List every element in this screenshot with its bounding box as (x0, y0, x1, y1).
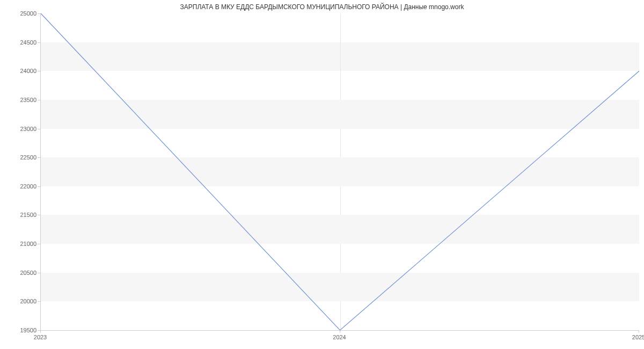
y-tick-mark (38, 129, 40, 129)
x-tick-label: 2023 (34, 334, 47, 340)
y-tick-mark (38, 186, 40, 187)
x-tick-mark (639, 330, 639, 333)
y-tick-label: 20000 (4, 298, 36, 304)
y-tick-label: 21000 (4, 241, 36, 247)
y-tick-label: 22000 (4, 183, 36, 190)
y-tick-mark (38, 273, 40, 273)
y-tick-mark (38, 71, 40, 71)
y-tick-mark (38, 215, 40, 215)
x-tick-mark (340, 330, 340, 333)
line-series (41, 13, 639, 330)
chart-container: ЗАРПЛАТА В МКУ ЕДДС БАРДЫМСКОГО МУНИЦИПА… (0, 0, 644, 349)
x-tick-label: 2025 (632, 334, 644, 340)
y-tick-label: 22500 (4, 154, 36, 161)
chart-title: ЗАРПЛАТА В МКУ ЕДДС БАРДЫМСКОГО МУНИЦИПА… (0, 3, 644, 11)
y-tick-mark (38, 301, 40, 302)
y-tick-label: 19500 (4, 327, 36, 333)
y-tick-label: 25000 (4, 10, 36, 17)
plot-area (40, 13, 639, 331)
y-tick-mark (38, 244, 40, 244)
x-tick-label: 2024 (333, 334, 346, 340)
y-tick-label: 24500 (4, 39, 36, 46)
y-tick-label: 23500 (4, 97, 36, 103)
y-tick-mark (38, 157, 40, 158)
x-tick-mark (40, 330, 41, 333)
y-tick-mark (38, 42, 40, 43)
y-tick-label: 23000 (4, 126, 36, 132)
y-tick-mark (38, 13, 40, 14)
line-path (41, 13, 639, 330)
y-tick-mark (38, 100, 40, 100)
y-tick-label: 24000 (4, 68, 36, 74)
y-tick-label: 21500 (4, 212, 36, 218)
y-tick-label: 20500 (4, 270, 36, 276)
